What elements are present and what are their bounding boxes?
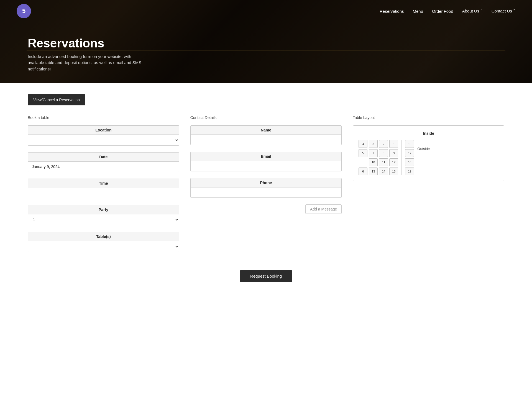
layout-divider <box>401 140 402 175</box>
contact-column: Contact Details Name Email Phone <box>190 115 342 214</box>
book-column: Book a table Location Date <box>28 115 179 259</box>
date-input[interactable] <box>28 162 179 172</box>
table-6[interactable]: 6 <box>359 168 367 175</box>
inside-grid-wrapper: 4 3 2 1 5 7 8 9 10 11 <box>359 140 398 175</box>
outside-label: Outside <box>416 140 430 151</box>
name-input[interactable] <box>191 135 342 145</box>
table-18[interactable]: 18 <box>405 158 414 166</box>
location-select[interactable] <box>28 135 179 145</box>
table-13[interactable]: 13 <box>369 168 378 175</box>
contact-label: Contact Details <box>190 115 342 120</box>
email-header: Email <box>191 152 342 161</box>
table-sections: 4 3 2 1 5 7 8 9 10 11 <box>359 140 498 175</box>
tables-header: Table(s) <box>28 232 179 241</box>
table-1[interactable]: 1 <box>389 140 398 148</box>
party-box: Party 1 2 3 4 5 6 7 8 <box>28 205 179 225</box>
request-booking-button[interactable]: Request Booking <box>240 270 292 282</box>
email-group: Email <box>190 152 342 171</box>
table-8[interactable]: 8 <box>379 149 388 157</box>
outside-grid-wrapper: 16 17 18 19 <box>405 140 414 175</box>
location-box: Location <box>28 125 179 146</box>
nav-reservations[interactable]: Reservations <box>380 9 404 14</box>
hero-content: Reservations Include an advanced booking… <box>28 36 144 72</box>
table-10[interactable]: 10 <box>369 158 378 166</box>
name-header: Name <box>191 126 342 135</box>
nav-order-food[interactable]: Order Food <box>432 9 453 14</box>
main-content: View/Cancel a Reservation Book a table L… <box>0 83 532 305</box>
view-cancel-button[interactable]: View/Cancel a Reservation <box>28 94 85 105</box>
table-19[interactable]: 19 <box>405 168 414 175</box>
table-17[interactable]: 17 <box>405 149 414 157</box>
name-box: Name <box>190 125 342 145</box>
date-header: Date <box>28 153 179 162</box>
time-box: Time <box>28 179 179 198</box>
location-header: Location <box>28 126 179 135</box>
add-message-button[interactable]: Add a Message <box>305 204 342 214</box>
phone-header: Phone <box>191 178 342 187</box>
time-header: Time <box>28 179 179 188</box>
hero-subtitle: Include an advanced booking form on your… <box>28 54 144 72</box>
book-label: Book a table <box>28 115 179 120</box>
tables-select[interactable] <box>28 241 179 252</box>
logo-text: 5 <box>22 7 25 15</box>
table-16[interactable]: 16 <box>405 140 414 148</box>
name-group: Name <box>190 125 342 145</box>
table-14[interactable]: 14 <box>379 168 388 175</box>
table-layout-label: Table Layout <box>353 115 504 120</box>
logo[interactable]: 5 <box>17 4 31 18</box>
table-4[interactable]: 4 <box>359 140 367 148</box>
table-7[interactable]: 7 <box>369 149 378 157</box>
date-box: Date <box>28 152 179 172</box>
nav-contact-us[interactable]: Contact Us ˅ <box>492 9 515 14</box>
inside-label: Inside <box>359 131 498 136</box>
nav-links: Reservations Menu Order Food About Us ˅ … <box>380 9 515 14</box>
phone-box: Phone <box>190 178 342 198</box>
party-select[interactable]: 1 2 3 4 5 6 7 8 <box>28 214 179 225</box>
outside-grid: 16 17 18 19 <box>405 140 414 175</box>
navbar: 5 Reservations Menu Order Food About Us … <box>0 0 532 22</box>
time-input[interactable] <box>28 188 179 198</box>
table-layout-column: Table Layout Inside 4 3 2 1 5 <box>353 115 504 181</box>
nav-about-us[interactable]: About Us ˅ <box>462 9 483 14</box>
party-group: Party 1 2 3 4 5 6 7 8 <box>28 205 179 225</box>
table-12[interactable]: 12 <box>389 158 398 166</box>
phone-group: Phone <box>190 178 342 198</box>
email-input[interactable] <box>191 161 342 171</box>
location-group: Location <box>28 125 179 146</box>
submit-row: Request Booking <box>28 270 504 282</box>
table-2[interactable]: 2 <box>379 140 388 148</box>
hero-title: Reservations <box>28 36 144 50</box>
nav-menu[interactable]: Menu <box>413 9 423 14</box>
table-layout-box: Inside 4 3 2 1 5 7 8 <box>353 125 504 181</box>
form-columns: Book a table Location Date <box>28 115 504 259</box>
table-3[interactable]: 3 <box>369 140 378 148</box>
phone-input[interactable] <box>191 187 342 197</box>
table-5[interactable]: 5 <box>359 149 367 157</box>
table-11[interactable]: 11 <box>379 158 388 166</box>
time-group: Time <box>28 179 179 198</box>
tables-box: Table(s) <box>28 232 179 252</box>
party-header: Party <box>28 205 179 214</box>
email-box: Email <box>190 152 342 171</box>
table-9[interactable]: 9 <box>389 149 398 157</box>
tables-group: Table(s) <box>28 232 179 252</box>
table-15[interactable]: 15 <box>389 168 398 175</box>
date-group: Date <box>28 152 179 172</box>
inside-grid: 4 3 2 1 5 7 8 9 10 11 <box>359 140 398 175</box>
